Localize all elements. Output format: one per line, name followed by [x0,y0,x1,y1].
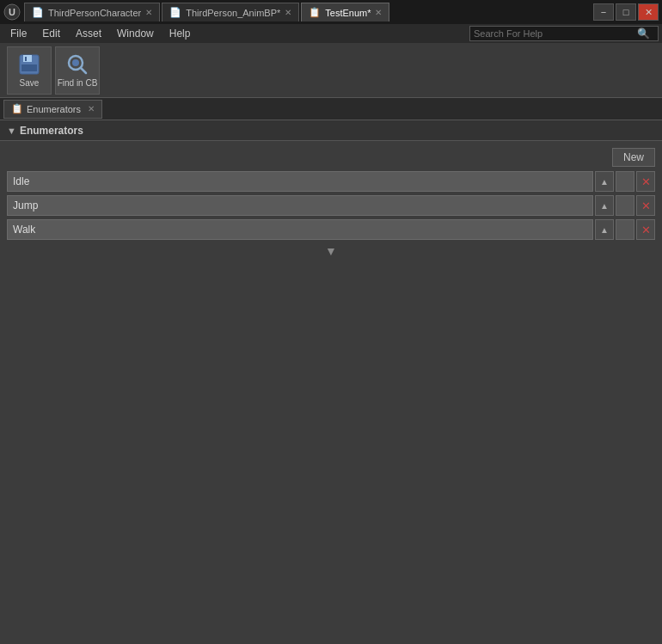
title-bar: U 📄 ThirdPersonCharacter ✕ 📄 ThirdPerson… [0,0,662,24]
enum-meta-btn-walk[interactable] [616,219,634,240]
enum-row-idle: ▲ ✕ [7,170,655,193]
enum-container: New ▲ ✕ ▲ ✕ ▲ ✕ ▼ [0,141,662,265]
tab-icon-1: 📄 [32,7,44,18]
menu-bar: File Edit Asset Window Help 🔍 [0,24,662,43]
svg-rect-5 [25,57,27,61]
enum-flag-btn-jump[interactable]: ▲ [595,195,614,216]
enumerators-tab-close[interactable]: ✕ [88,104,95,113]
svg-text:U: U [9,7,15,17]
enum-meta-btn-idle[interactable] [616,171,634,192]
enum-delete-btn-jump[interactable]: ✕ [636,195,655,216]
add-row-icon: ▼ [325,244,337,258]
enum-flag-btn-walk[interactable]: ▲ [595,219,614,240]
svg-point-7 [72,59,79,66]
tab-third-person-character[interactable]: 📄 ThirdPersonCharacter ✕ [24,3,160,21]
enum-name-input-walk[interactable] [7,219,593,240]
enum-name-input-jump[interactable] [7,195,593,216]
add-row-button[interactable]: ▼ [7,244,655,258]
save-label: Save [20,78,40,88]
enum-delete-btn-walk[interactable]: ✕ [636,219,655,240]
enum-name-input-idle[interactable] [7,171,593,192]
menu-edit[interactable]: Edit [35,26,67,41]
enumerators-tab-label: Enumerators [27,104,81,114]
find-in-cb-label: Find in CB [58,78,98,88]
svg-rect-3 [23,55,32,62]
toolbar: Save Find in CB [0,43,662,98]
title-bar-left: U 📄 ThirdPersonCharacter ✕ 📄 ThirdPerson… [3,3,389,21]
enumerators-tab[interactable]: 📋 Enumerators ✕ [3,100,102,119]
enum-flag-btn-idle[interactable]: ▲ [595,171,614,192]
tab-label-1: ThirdPersonCharacter [48,8,141,18]
menu-window[interactable]: Window [110,26,161,41]
tab-label-2: ThirdPerson_AnimBP* [186,8,280,18]
menu-asset[interactable]: Asset [69,26,108,41]
tab-close-1[interactable]: ✕ [145,9,152,17]
menu-help[interactable]: Help [162,26,198,41]
find-in-cb-button[interactable]: Find in CB [55,46,100,95]
window-controls: − □ ✕ [593,3,659,21]
tab-third-person-animbp[interactable]: 📄 ThirdPerson_AnimBP* ✕ [162,3,299,21]
save-button[interactable]: Save [7,46,52,95]
tab-icon-2: 📄 [169,7,181,18]
enum-row-jump: ▲ ✕ [7,194,655,217]
enumerators-tab-icon: 📋 [11,103,23,114]
search-icon: 🔍 [637,28,650,40]
tab-close-2[interactable]: ✕ [285,9,291,17]
section-header: ▼ Enumerators [0,120,662,141]
menu-file[interactable]: File [3,26,34,41]
search-bar[interactable]: 🔍 [469,26,659,41]
enum-row-walk: ▲ ✕ [7,218,655,241]
sub-tab-bar: 📋 Enumerators ✕ [0,98,662,120]
maximize-button[interactable]: □ [616,3,636,21]
tab-close-3[interactable]: ✕ [375,9,382,17]
tab-bar: 📄 ThirdPersonCharacter ✕ 📄 ThirdPerson_A… [24,3,389,21]
enum-meta-btn-jump[interactable] [616,195,634,216]
svg-rect-4 [21,64,37,71]
tab-icon-3: 📋 [309,7,321,18]
tab-label-3: TestEnum* [325,8,371,18]
minimize-button[interactable]: − [593,3,614,21]
svg-line-8 [81,68,86,73]
menu-items: File Edit Asset Window Help [3,26,197,41]
close-button[interactable]: ✕ [638,3,659,21]
new-button-row: New [7,148,655,167]
new-button[interactable]: New [612,148,655,167]
main-content: ▼ Enumerators New ▲ ✕ ▲ ✕ ▲ ✕ [0,120,662,265]
section-collapse-arrow[interactable]: ▼ [7,126,16,136]
find-in-cb-icon [65,52,89,77]
search-input[interactable] [474,28,637,39]
tab-test-enum[interactable]: 📋 TestEnum* ✕ [301,3,389,21]
section-title: Enumerators [20,125,83,137]
enum-delete-btn-idle[interactable]: ✕ [636,171,655,192]
ue-logo: U [3,3,21,21]
save-icon [17,52,41,77]
